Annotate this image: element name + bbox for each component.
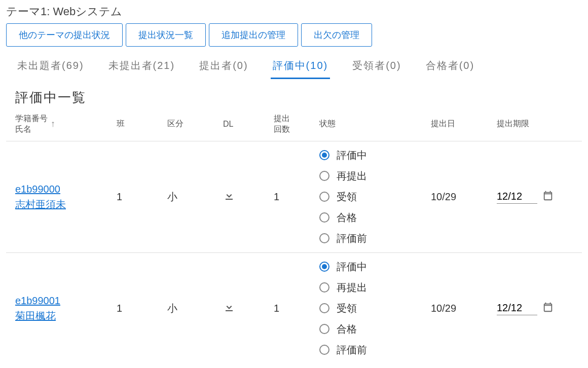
cell-count: 1 — [274, 303, 319, 314]
radio-icon — [319, 192, 329, 202]
status-option-4[interactable]: 評価前 — [319, 343, 431, 357]
status-option-0[interactable]: 評価中 — [319, 260, 431, 274]
tab-1[interactable]: 未提出者(21) — [106, 56, 177, 79]
cell-group: 1 — [117, 191, 167, 203]
col-category[interactable]: 区分 — [167, 119, 223, 129]
status-option-1[interactable]: 再提出 — [319, 281, 431, 295]
status-label: 評価中 — [337, 260, 367, 274]
deadline-input[interactable] — [497, 301, 537, 315]
radio-icon — [319, 150, 329, 160]
deadline-input[interactable] — [497, 190, 537, 204]
tab-4[interactable]: 受領者(0) — [350, 56, 403, 79]
cell-category: 小 — [167, 302, 223, 315]
cell-count: 1 — [274, 191, 319, 203]
status-label: 評価中 — [337, 149, 367, 162]
cell-submit-date: 10/29 — [431, 191, 497, 203]
radio-icon — [319, 282, 329, 292]
download-icon[interactable] — [223, 301, 274, 316]
student-link[interactable]: e1b99001菊田楓花 — [15, 295, 60, 321]
table-row: e1b99000志村亜須未1小1評価中再提出受領合格評価前10/29 — [6, 141, 582, 252]
col-count[interactable]: 提出 回数 — [274, 114, 319, 135]
radio-icon — [319, 303, 329, 313]
status-option-3[interactable]: 合格 — [319, 322, 431, 336]
calendar-icon[interactable] — [542, 190, 554, 204]
col-status[interactable]: 状態 — [319, 119, 431, 129]
col-group[interactable]: 班 — [117, 119, 167, 129]
table-row: e1b99001菊田楓花1小1評価中再提出受領合格評価前10/29 — [6, 252, 582, 364]
status-option-1[interactable]: 再提出 — [319, 169, 431, 183]
status-label: 再提出 — [337, 169, 367, 183]
col-student-line1: 学籍番号 — [15, 114, 48, 123]
cell-submit-date: 10/29 — [431, 303, 497, 314]
action-button-3[interactable]: 出欠の管理 — [301, 23, 372, 47]
data-grid: 学籍番号 氏名 ↑ 班 区分 DL 提出 回数 状態 提出日 提出期限 e1b9… — [6, 114, 582, 364]
page-title: テーマ1: Webシステム — [6, 4, 582, 19]
tab-3[interactable]: 評価中(10) — [271, 56, 330, 79]
cell-group: 1 — [117, 303, 167, 314]
status-option-3[interactable]: 合格 — [319, 211, 431, 225]
tab-bar: 未出題者(69)未提出者(21)提出者(0)評価中(10)受領者(0)合格者(0… — [6, 56, 582, 80]
col-dl[interactable]: DL — [223, 120, 274, 129]
status-option-0[interactable]: 評価中 — [319, 149, 431, 162]
status-option-2[interactable]: 受領 — [319, 302, 431, 315]
status-label: 合格 — [337, 322, 357, 336]
tab-5[interactable]: 合格者(0) — [424, 56, 476, 79]
status-label: 受領 — [337, 302, 357, 315]
col-student[interactable]: 学籍番号 氏名 ↑ — [15, 114, 117, 135]
radio-icon — [319, 345, 329, 355]
radio-icon — [319, 262, 329, 272]
radio-icon — [319, 324, 329, 334]
student-link[interactable]: e1b99000志村亜須未 — [15, 183, 66, 210]
col-submit-date[interactable]: 提出日 — [431, 119, 497, 129]
status-group: 評価中再提出受領合格評価前 — [319, 260, 431, 357]
calendar-icon[interactable] — [542, 302, 554, 315]
col-count-line1: 提出 — [274, 114, 290, 123]
col-student-line2: 氏名 — [15, 125, 31, 133]
tab-0[interactable]: 未出題者(69) — [15, 56, 86, 79]
status-group: 評価中再提出受領合格評価前 — [319, 149, 431, 245]
section-title: 評価中一覧 — [6, 89, 582, 114]
download-icon[interactable] — [223, 190, 274, 204]
col-deadline[interactable]: 提出期限 — [497, 119, 588, 129]
status-label: 合格 — [337, 211, 357, 225]
status-option-4[interactable]: 評価前 — [319, 232, 431, 245]
status-label: 再提出 — [337, 281, 367, 295]
status-label: 受領 — [337, 190, 357, 204]
tab-2[interactable]: 提出者(0) — [197, 56, 250, 79]
status-option-2[interactable]: 受領 — [319, 190, 431, 204]
action-button-1[interactable]: 提出状況一覧 — [126, 23, 206, 47]
col-count-line2: 回数 — [274, 125, 290, 133]
status-label: 評価前 — [337, 232, 367, 245]
header-row: 学籍番号 氏名 ↑ 班 区分 DL 提出 回数 状態 提出日 提出期限 — [6, 114, 582, 141]
action-button-0[interactable]: 他のテーマの提出状況 — [6, 23, 123, 47]
status-label: 評価前 — [337, 343, 367, 357]
radio-icon — [319, 212, 329, 223]
radio-icon — [319, 233, 329, 243]
sort-asc-icon[interactable]: ↑ — [51, 119, 55, 129]
cell-category: 小 — [167, 190, 223, 204]
action-button-2[interactable]: 追加提出の管理 — [209, 23, 298, 47]
radio-icon — [319, 171, 329, 181]
action-bar: 他のテーマの提出状況提出状況一覧追加提出の管理出欠の管理 — [6, 23, 582, 47]
